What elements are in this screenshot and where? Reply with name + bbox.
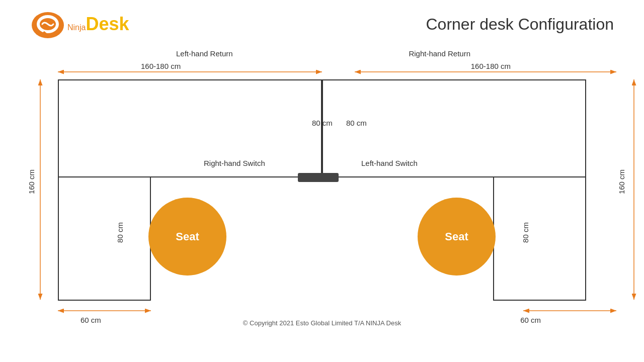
seat-right: Seat xyxy=(418,198,496,276)
logo: NinjaDesk xyxy=(30,9,129,39)
right-depth-label: 80 cm xyxy=(346,119,367,127)
desk-left-top xyxy=(58,79,322,177)
logo-icon xyxy=(30,9,65,39)
right-hand-switch-label: Right-hand Switch xyxy=(204,159,265,167)
outer-right-height-label: 160 cm xyxy=(617,169,626,194)
logo-text: NinjaDesk xyxy=(67,14,129,35)
top-right-width-label: 160-180 cm xyxy=(471,62,511,70)
diagram: Seat Seat 160-180 cm 160-180 cm Left-han… xyxy=(25,44,619,331)
page-title: Corner desk Configuration xyxy=(426,15,614,34)
left-depth-label: 80 cm xyxy=(312,119,333,127)
right-hand-return-label: Right-hand Return xyxy=(409,49,470,58)
left-bottom-height-label: 80 cm xyxy=(116,222,124,243)
top-left-width-label: 160-180 cm xyxy=(141,62,181,70)
copyright: © Copyright 2021 Esto Global Limited T/A… xyxy=(243,319,401,327)
seat-left: Seat xyxy=(148,198,226,276)
left-hand-switch-button xyxy=(298,173,320,182)
outer-left-height-label: 160 cm xyxy=(27,169,36,194)
left-bottom-width-label: 60 cm xyxy=(80,316,101,324)
desk-right-bottom xyxy=(493,177,586,301)
desk-left-bottom xyxy=(58,177,151,301)
right-bottom-height-label: 80 cm xyxy=(521,222,530,243)
left-hand-switch-label: Left-hand Switch xyxy=(361,159,418,167)
header: NinjaDesk Corner desk Configuration xyxy=(0,0,644,44)
left-hand-return-label: Left-hand Return xyxy=(176,49,233,58)
right-bottom-width-label: 60 cm xyxy=(520,316,541,324)
